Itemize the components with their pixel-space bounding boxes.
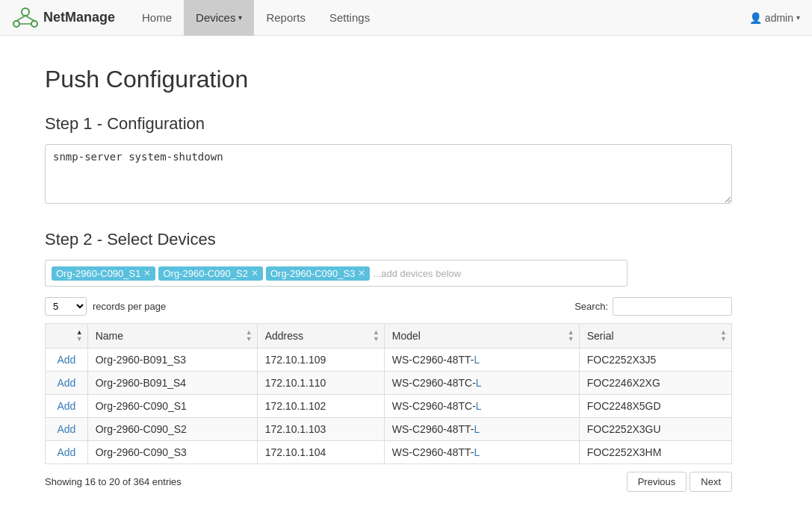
address-sort-icons: ▲ ▼ (373, 329, 379, 343)
table-row: AddOrg-2960-C090_S1172.10.1.102WS-C2960-… (46, 395, 732, 418)
cell-model-1: WS-C2960-48TC-L (384, 372, 579, 395)
nav-reports[interactable]: Reports (254, 0, 317, 36)
user-label: admin (765, 12, 793, 24)
pagination-row: Showing 16 to 20 of 364 entries Previous… (45, 472, 732, 492)
th-serial[interactable]: Serial ▲ ▼ (579, 324, 731, 349)
brand-name: NetManage (43, 10, 115, 25)
controls-left: 5 10 25 50 100 records per page (45, 297, 166, 316)
table-row: AddOrg-2960-B091_S4172.10.1.110WS-C2960-… (46, 372, 732, 395)
tag-label-0: Org-2960-C090_S1 (56, 268, 140, 279)
cell-serial-1: FOC2246X2XG (579, 372, 731, 395)
tags-placeholder: ...add devices below (373, 268, 461, 279)
cell-serial-4: FOC2252X3HM (579, 441, 731, 464)
pagination-buttons: Previous Next (627, 472, 732, 492)
cell-address-4: 172.10.1.104 (257, 441, 384, 464)
add-link-4[interactable]: Add (57, 446, 75, 458)
controls-row: 5 10 25 50 100 records per page Search: (45, 297, 732, 316)
th-model[interactable]: Model ▲ ▼ (384, 324, 579, 349)
table-body: AddOrg-2960-B091_S3172.10.1.109WS-C2960-… (46, 349, 732, 464)
tag-close-2[interactable]: ✕ (358, 268, 365, 278)
sort-down-icon: ▼ (76, 336, 83, 343)
name-sort-icons: ▲ ▼ (246, 329, 252, 343)
cell-address-1: 172.10.1.110 (257, 372, 384, 395)
table-row: AddOrg-2960-C090_S2172.10.1.103WS-C2960-… (46, 418, 732, 441)
th-name[interactable]: Name ▲ ▼ (87, 324, 257, 349)
model-sort-icons: ▲ ▼ (568, 329, 574, 343)
next-button[interactable]: Next (689, 472, 732, 492)
controls-right: Search: (574, 297, 732, 316)
table-header-row: ▲ ▼ Name ▲ ▼ Address ▲ (46, 324, 732, 349)
step2-title: Step 2 - Select Devices (45, 230, 767, 249)
svg-line-3 (16, 16, 25, 21)
cell-model-4: WS-C2960-48TT-L (384, 441, 579, 464)
records-per-page-label: records per page (93, 301, 166, 312)
svg-point-0 (22, 8, 29, 16)
cell-name-2: Org-2960-C090_S1 (87, 395, 257, 418)
main-content: Push Configuration Step 1 - Configuratio… (0, 36, 812, 509)
cell-address-0: 172.10.1.109 (257, 349, 384, 372)
cell-serial-0: FOC2252X3J5 (579, 349, 731, 372)
model-link-1[interactable]: L (476, 377, 482, 389)
cell-model-2: WS-C2960-48TC-L (384, 395, 579, 418)
step2-section: Step 2 - Select Devices Org-2960-C090_S1… (45, 230, 767, 509)
th-address[interactable]: Address ▲ ▼ (257, 324, 384, 349)
search-input[interactable] (613, 297, 732, 316)
add-link-1[interactable]: Add (57, 377, 75, 389)
add-link-0[interactable]: Add (57, 354, 75, 366)
cell-serial-2: FOC2248X5GD (579, 395, 731, 418)
user-icon: 👤 (749, 12, 762, 24)
nav-settings[interactable]: Settings (317, 0, 382, 36)
model-link-4[interactable]: L (474, 446, 480, 458)
svg-point-2 (31, 21, 37, 27)
tag-close-1[interactable]: ✕ (251, 268, 258, 278)
svg-point-1 (13, 21, 19, 27)
cell-name-3: Org-2960-C090_S2 (87, 418, 257, 441)
records-per-page-select[interactable]: 5 10 25 50 100 (45, 297, 87, 316)
svg-line-4 (25, 16, 34, 21)
tag-label-1: Org-2960-C090_S2 (163, 268, 247, 279)
showing-text: Showing 16 to 20 of 364 entries (45, 476, 182, 487)
tag-0: Org-2960-C090_S1 ✕ (52, 266, 155, 281)
nav-items: Home Devices ▾ Reports Settings (130, 0, 749, 36)
sort-icons: ▲ ▼ (76, 329, 83, 343)
th-sort[interactable]: ▲ ▼ (46, 324, 88, 349)
add-link-3[interactable]: Add (57, 423, 75, 435)
tag-close-0[interactable]: ✕ (143, 268, 151, 278)
brand-logo[interactable]: NetManage (12, 4, 115, 31)
tag-label-2: Org-2960-C090_S3 (270, 268, 355, 279)
cell-address-3: 172.10.1.103 (257, 418, 384, 441)
tag-1: Org-2960-C090_S2 ✕ (158, 266, 262, 281)
table-row: AddOrg-2960-B091_S3172.10.1.109WS-C2960-… (46, 349, 732, 372)
cell-name-4: Org-2960-C090_S3 (87, 441, 257, 464)
user-caret-icon: ▾ (796, 13, 800, 22)
cell-model-0: WS-C2960-48TT-L (384, 349, 579, 372)
cell-serial-3: FOC2252X3GU (579, 418, 731, 441)
brand-icon (12, 4, 39, 31)
devices-caret-icon: ▾ (238, 13, 242, 22)
add-link-2[interactable]: Add (57, 400, 75, 412)
page-title: Push Configuration (45, 66, 767, 93)
serial-sort-icons: ▲ ▼ (720, 329, 727, 343)
model-link-3[interactable]: L (474, 423, 480, 435)
step1-title: Step 1 - Configuration (45, 114, 767, 134)
nav-home[interactable]: Home (130, 0, 184, 36)
user-menu[interactable]: 👤 admin ▾ (749, 12, 800, 24)
nav-devices[interactable]: Devices ▾ (184, 0, 254, 36)
cell-address-2: 172.10.1.102 (257, 395, 384, 418)
cell-name-0: Org-2960-B091_S3 (87, 349, 257, 372)
devices-table: ▲ ▼ Name ▲ ▼ Address ▲ (45, 323, 732, 464)
cell-model-3: WS-C2960-48TT-L (384, 418, 579, 441)
config-textarea[interactable]: snmp-server system-shutdown (45, 144, 732, 204)
model-link-0[interactable]: L (474, 354, 480, 366)
navbar: NetManage Home Devices ▾ Reports Setting… (0, 0, 812, 36)
search-label: Search: (574, 301, 608, 312)
cell-name-1: Org-2960-B091_S4 (87, 372, 257, 395)
model-link-2[interactable]: L (476, 400, 482, 412)
table-row: AddOrg-2960-C090_S3172.10.1.104WS-C2960-… (46, 441, 732, 464)
tags-container[interactable]: Org-2960-C090_S1 ✕ Org-2960-C090_S2 ✕ Or… (45, 260, 627, 287)
previous-button[interactable]: Previous (627, 472, 687, 492)
tag-2: Org-2960-C090_S3 ✕ (266, 266, 370, 281)
